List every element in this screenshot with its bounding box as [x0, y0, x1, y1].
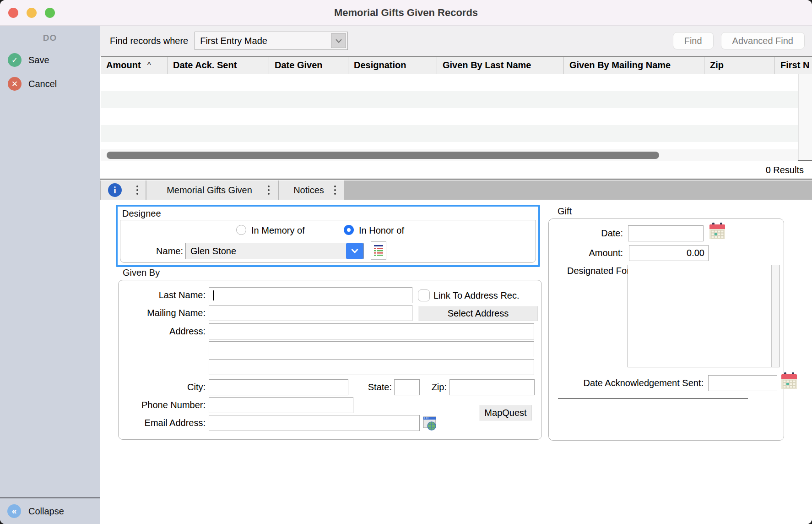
address-line2-field[interactable]	[209, 341, 534, 357]
gift-date-field[interactable]	[628, 225, 704, 241]
open-url-button[interactable]	[423, 416, 437, 433]
tab-memorial-gifts-given[interactable]: Memorial Gifts Given	[146, 180, 278, 200]
collapse-button[interactable]: « Collapse	[0, 497, 100, 524]
column-header-given-by-last-name[interactable]: Given By Last Name	[437, 57, 564, 74]
content-area: Find records where First Entry Made Find…	[100, 26, 812, 524]
sidebar: DO ✓ Save ✕ Cancel « Collapse	[0, 26, 100, 524]
cancel-label: Cancel	[28, 79, 57, 89]
tab-bar: i Memorial Gifts Given Notices	[100, 180, 812, 200]
minimize-window-icon[interactable]	[27, 8, 37, 18]
mapquest-button[interactable]: MapQuest	[479, 405, 532, 420]
column-label: Date Given	[275, 60, 322, 71]
value-list-icon	[373, 244, 384, 257]
zoom-window-icon[interactable]	[45, 8, 55, 18]
phone-number-label: Phone Number:	[119, 397, 206, 413]
text-cursor	[213, 290, 214, 300]
given-by-group-box: Last Name: Link To Address Rec. Mailing …	[118, 280, 542, 440]
date-ack-field[interactable]	[708, 375, 777, 391]
tab-menu-icon[interactable]	[266, 184, 271, 196]
traffic-lights	[8, 8, 55, 18]
state-label: State:	[357, 379, 392, 395]
designee-section: Designee In Memory of In Honor of Name: …	[116, 205, 540, 267]
in-honor-of-radio[interactable]	[344, 225, 354, 235]
date-ack-calendar-button[interactable]	[781, 372, 797, 392]
column-label: Designation	[354, 60, 406, 71]
mailing-name-field[interactable]	[209, 305, 412, 321]
results-list-header: Amount ^ Date Ack. Sent Date Given Desig…	[101, 57, 812, 74]
chevron-down-icon[interactable]	[346, 243, 363, 259]
column-label: Given By Mailing Name	[569, 60, 671, 71]
last-name-field[interactable]	[209, 287, 412, 303]
find-bar: Find records where First Entry Made Find…	[100, 26, 812, 56]
column-header-date-given[interactable]: Date Given	[269, 57, 348, 74]
tab-info[interactable]: i	[101, 180, 146, 200]
city-label: City:	[119, 379, 206, 395]
chevron-down-icon	[331, 33, 346, 48]
address-line3-field[interactable]	[209, 359, 534, 375]
gift-divider	[558, 398, 748, 399]
designated-for-field[interactable]	[628, 265, 780, 367]
record-form: Designee In Memory of In Honor of Name: …	[100, 200, 812, 524]
horizontal-scrollbar-thumb[interactable]	[107, 152, 659, 159]
designee-name-dropdown[interactable]: Glen Stone	[185, 243, 364, 259]
column-header-amount[interactable]: Amount ^	[101, 57, 168, 74]
column-label: Given By Last Name	[443, 60, 531, 71]
gift-amount-label: Amount:	[549, 245, 623, 261]
designated-for-label: Designated For:	[567, 265, 623, 277]
column-header-date-ack-sent[interactable]: Date Ack. Sent	[168, 57, 269, 74]
column-header-designation[interactable]: Designation	[348, 57, 437, 74]
column-label: First N	[780, 60, 809, 71]
info-icon[interactable]: i	[108, 183, 122, 197]
designee-title: Designee	[122, 208, 161, 219]
cancel-button[interactable]: ✕ Cancel	[0, 77, 100, 91]
zip-field[interactable]	[449, 379, 535, 395]
results-rows	[101, 74, 798, 149]
given-by-title: Given By	[123, 267, 160, 278]
table-row	[101, 125, 798, 142]
find-button[interactable]: Find	[673, 32, 714, 49]
calendar-icon	[709, 223, 725, 240]
column-header-first-name[interactable]: First N	[775, 57, 812, 74]
tab-menu-icon[interactable]	[135, 184, 140, 196]
email-address-field[interactable]	[209, 415, 420, 431]
horizontal-scrollbar[interactable]	[101, 149, 798, 161]
gift-date-label: Date:	[549, 225, 623, 241]
in-memory-of-label: In Memory of	[251, 225, 305, 236]
close-window-icon[interactable]	[8, 8, 18, 18]
results-count-bar: 0 Results	[100, 161, 812, 180]
column-label: Amount	[106, 60, 141, 71]
vertical-scrollbar[interactable]	[798, 74, 812, 160]
title-bar: Memorial Gifts Given Records	[0, 0, 812, 26]
advanced-find-button[interactable]: Advanced Find	[721, 32, 805, 49]
phone-number-field[interactable]	[209, 397, 353, 413]
column-label: Zip	[710, 60, 724, 71]
tab-menu-icon[interactable]	[332, 184, 338, 196]
designated-for-scrollbar[interactable]	[771, 265, 779, 367]
tab-notices[interactable]: Notices	[279, 180, 344, 200]
gift-amount-field[interactable]	[629, 245, 709, 261]
collapse-chevrons-icon: «	[7, 504, 21, 518]
results-count: 0 Results	[766, 165, 804, 175]
select-address-button[interactable]: Select Address	[418, 306, 538, 321]
last-name-label: Last Name:	[119, 287, 206, 303]
find-field-value: First Entry Made	[195, 36, 331, 46]
column-header-zip[interactable]: Zip	[704, 57, 775, 74]
sort-ascending-icon: ^	[147, 60, 151, 70]
app-window: Memorial Gifts Given Records DO ✓ Save ✕…	[0, 0, 812, 524]
link-to-address-checkbox[interactable]	[418, 289, 430, 301]
value-list-button[interactable]	[371, 241, 386, 260]
state-field[interactable]	[394, 379, 420, 395]
cancel-x-icon: ✕	[8, 77, 22, 91]
name-label: Name:	[136, 243, 183, 259]
find-records-label: Find records where	[110, 36, 188, 46]
column-label: Date Ack. Sent	[173, 60, 237, 71]
column-header-given-by-mailing-name[interactable]: Given By Mailing Name	[564, 57, 704, 74]
mailing-name-label: Mailing Name:	[119, 305, 206, 321]
address-line1-field[interactable]	[209, 323, 534, 339]
save-button[interactable]: ✓ Save	[0, 53, 100, 67]
date-calendar-button[interactable]	[709, 223, 725, 242]
find-field-dropdown[interactable]: First Entry Made	[195, 32, 348, 50]
designee-name-value: Glen Stone	[186, 246, 346, 257]
in-memory-of-radio[interactable]	[236, 225, 246, 235]
city-field[interactable]	[209, 379, 348, 395]
